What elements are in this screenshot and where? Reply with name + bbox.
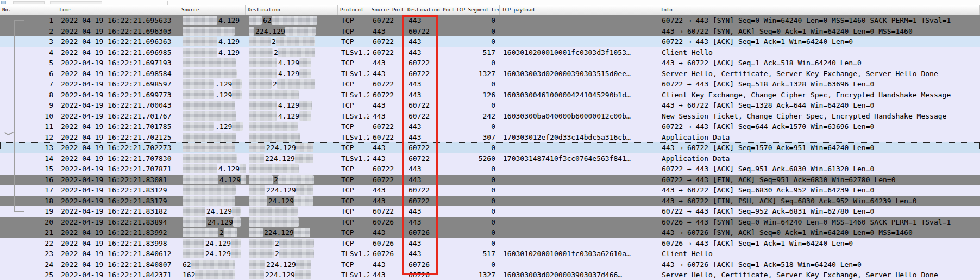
cell-dport: 443 — [405, 206, 454, 217]
packet-row[interactable]: 62022-04-19 16:22:21.6985844.129TLSv1.24… — [0, 69, 980, 79]
cell-sport: 60722 — [369, 164, 405, 175]
redaction-mosaic — [295, 154, 313, 163]
cell-dport: 443 — [405, 36, 454, 47]
packet-row[interactable]: 122022-04-19 16:22:21.702125TLSv1.260722… — [0, 132, 980, 143]
cell-no: 16 — [0, 175, 56, 185]
cell-seglen: 0 — [454, 206, 500, 217]
cell-seglen: 0 — [454, 175, 500, 185]
cell-dport: 60726 — [405, 270, 454, 280]
cell-sport: 60722 — [369, 79, 405, 90]
packet-row[interactable]: 192022-04-19 16:22:21.8318224.129TCP6072… — [0, 206, 980, 217]
packet-row[interactable]: 172022-04-19 16:22:21.83129224.129TCP443… — [0, 185, 980, 196]
packet-row[interactable]: 42022-04-19 16:22:21.6969854.1292TLSv1.2… — [0, 47, 980, 58]
cell-dport: 60722 — [405, 196, 454, 207]
packet-row[interactable]: 152022-04-19 16:22:21.7078714.129TCP6072… — [0, 164, 980, 175]
packet-row[interactable]: 52022-04-19 16:22:21.6971934.129TCP44360… — [0, 58, 980, 69]
cell-no: 19 — [0, 206, 56, 217]
cell-sport: 443 — [369, 227, 405, 238]
packet-row[interactable]: 162022-04-19 16:22:21.830814.1292TCP6072… — [0, 175, 980, 185]
packet-row[interactable]: 72022-04-19 16:22:21.698597.1292TCP60722… — [0, 79, 980, 90]
packet-row[interactable]: 252022-04-19 16:22:21.842371162224.129TL… — [0, 270, 980, 280]
cell-no: 3 — [0, 36, 56, 47]
redaction-mosaic — [183, 27, 235, 36]
packet-row[interactable]: 142022-04-19 16:22:21.707830224.129TLSv1… — [0, 153, 980, 164]
redaction-mosaic — [249, 16, 262, 25]
related-packet-check-icon — [4, 130, 14, 137]
cell-destination: 4.129 — [246, 58, 338, 69]
column-header-time[interactable]: Time — [56, 5, 179, 15]
packet-row[interactable]: 202022-04-19 16:22:21.8389424.129TCP6072… — [0, 217, 980, 228]
cell-sport: 443 — [369, 100, 405, 111]
packet-row[interactable]: 12022-04-19 16:22:21.6956334.12962TCP607… — [0, 15, 980, 26]
cell-payload — [500, 100, 658, 111]
cell-time: 2022-04-19 16:22:21.701785 — [56, 121, 179, 132]
redaction-mosaic — [249, 111, 277, 121]
redaction-mosaic — [279, 239, 314, 248]
column-header-source[interactable]: Source — [179, 5, 246, 15]
ip-fragment: 224.129 — [266, 142, 296, 153]
packet-row[interactable]: 132022-04-19 16:22:21.702273224.129TCP44… — [0, 142, 980, 153]
packet-row[interactable]: 102022-04-19 16:22:21.7017674.129TLSv1.2… — [0, 111, 980, 122]
column-header-sport[interactable]: Source Port — [369, 5, 405, 15]
redaction-mosaic — [183, 175, 218, 184]
cell-dport: 443 — [405, 132, 454, 143]
cell-protocol: TCP — [338, 36, 369, 47]
cell-no: 9 — [0, 100, 56, 111]
cell-time: 2022-04-19 16:22:21.707871 — [56, 164, 179, 175]
column-header-payload[interactable]: TCP payload — [500, 5, 658, 15]
packet-row[interactable]: 232022-04-19 16:22:21.84061224.1292TLSv1… — [0, 248, 980, 259]
packet-row[interactable]: 82022-04-19 16:22:21.699773.129TLSv1.260… — [0, 90, 980, 101]
redaction-mosaic — [299, 58, 311, 67]
cell-source — [179, 69, 246, 79]
redaction-mosaic — [183, 16, 217, 25]
packet-row[interactable]: 182022-04-19 16:22:21.8317924.129TCP4436… — [0, 196, 980, 207]
redaction-mosaic — [232, 207, 241, 216]
cell-no: 24 — [0, 259, 56, 270]
packet-row[interactable]: 222022-04-19 16:22:21.8399824.1292TCP607… — [0, 238, 980, 249]
ip-fragment: 2 — [219, 227, 224, 238]
column-header-destination[interactable]: Destination — [246, 5, 338, 15]
column-header-protocol[interactable]: Protocol — [338, 5, 369, 15]
column-header-info[interactable]: Info — [658, 5, 980, 15]
ip-fragment: 2 — [273, 79, 277, 90]
packet-row[interactable]: 212022-04-19 16:22:21.839922224.129TCP44… — [0, 227, 980, 238]
column-header-dport[interactable]: Destination Port — [405, 5, 454, 15]
redaction-mosaic — [183, 79, 214, 89]
packet-row[interactable]: 112022-04-19 16:22:21.701785.129TCP60722… — [0, 121, 980, 132]
cell-source: 24.129 — [179, 217, 246, 228]
cell-destination — [246, 217, 338, 228]
cell-protocol: TCP — [338, 26, 369, 37]
redaction-mosaic — [183, 111, 236, 121]
cell-time: 2022-04-19 16:22:21.840612 — [56, 248, 179, 259]
redaction-mosaic — [278, 175, 314, 184]
packet-row[interactable]: 92022-04-19 16:22:21.7000434.129TCP44360… — [0, 100, 980, 111]
packet-row[interactable]: 22022-04-19 16:22:21.696303224.129TCP443… — [0, 26, 980, 37]
column-header-no[interactable]: No. — [0, 5, 56, 15]
cell-source: 4.129 — [179, 36, 246, 47]
redaction-mosaic — [249, 79, 272, 89]
redaction-mosaic — [249, 164, 299, 173]
packet-row[interactable]: 242022-04-19 16:22:21.84080762224.129TCP… — [0, 259, 980, 270]
cell-dport: 443 — [405, 238, 454, 249]
cell-protocol: TCP — [338, 196, 369, 207]
ip-fragment: 24.129 — [206, 206, 232, 217]
cell-time: 2022-04-19 16:22:21.698584 — [56, 69, 179, 79]
cell-sport: 60722 — [369, 206, 405, 217]
cell-dport: 443 — [405, 164, 454, 175]
ip-fragment: 24.129 — [208, 217, 233, 228]
column-header-seglen[interactable]: TCP Segment Len — [454, 5, 500, 15]
redaction-mosaic — [191, 260, 235, 269]
cell-dport: 443 — [405, 79, 454, 90]
cell-payload: 1603010200010001fc0303d3f1053… — [500, 47, 658, 58]
cell-no: 6 — [0, 69, 56, 79]
cell-destination: 224.129 — [246, 270, 338, 280]
clipped-toolbar-strip — [0, 0, 980, 5]
cell-time: 2022-04-19 16:22:21.702125 — [56, 132, 179, 143]
packet-row[interactable]: 32022-04-19 16:22:21.6963634.1292TCP6072… — [0, 36, 980, 47]
cell-protocol: TCP — [338, 100, 369, 111]
cell-protocol: TCP — [338, 259, 369, 270]
redaction-mosaic — [277, 79, 315, 89]
cell-sport: 60722 — [369, 47, 405, 58]
cell-info: 443 → 60722 [ACK] Seq=1570 Ack=951 Win=6… — [658, 142, 980, 153]
redaction-mosaic — [183, 249, 204, 258]
